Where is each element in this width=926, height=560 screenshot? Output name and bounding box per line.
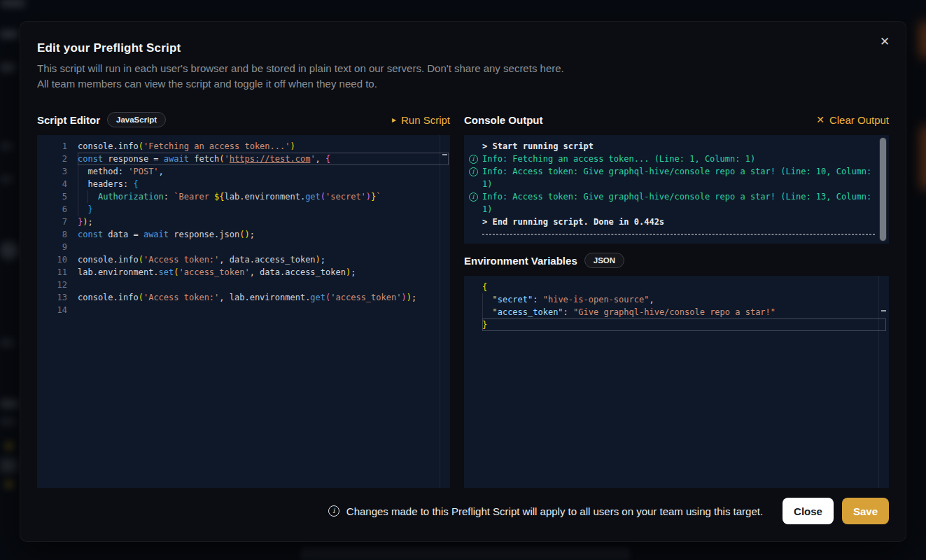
code-token: await	[164, 154, 189, 164]
code-token	[482, 307, 492, 317]
code-line-content	[78, 304, 449, 316]
code-line: {	[464, 281, 889, 293]
backdrop-blur-glow	[920, 22, 926, 57]
line-number: 6	[37, 203, 67, 216]
code-line-content: "access_token": "Give graphql-hive/conso…	[482, 306, 886, 318]
code-token: , lab.environment.	[219, 293, 310, 302]
info-circle-icon: i	[469, 167, 478, 176]
code-token: )	[366, 192, 371, 202]
env-variables-title: Environment Variables	[464, 255, 577, 267]
run-script-button[interactable]: ▸ Run Script	[392, 114, 450, 126]
code-line-content: const data = await response.json();	[78, 228, 449, 241]
console-text: > Start running script	[482, 140, 594, 153]
description-line-2: All team members can view the script and…	[37, 76, 889, 92]
code-token: ()	[239, 230, 249, 239]
line-number: 8	[37, 228, 67, 241]
code-token: {	[482, 282, 487, 292]
play-icon: ▸	[392, 115, 396, 124]
code-line: 8const data = await response.json();	[37, 228, 450, 241]
env-variables-editor[interactable]: { "secret": "hive-is-open-source", "acce…	[464, 276, 889, 488]
script-code-lines: 1console.info('Fetching an access token.…	[37, 135, 450, 316]
line-number: 1	[37, 140, 67, 153]
env-variables-header: Environment Variables JSON	[464, 251, 889, 270]
console-line: iInfo: Access token: Give graphql-hive/c…	[464, 190, 889, 203]
code-token: ;	[351, 267, 356, 277]
code-token: '	[310, 154, 315, 164]
code-token: 'Access token:'	[143, 293, 219, 302]
console-scrollbar[interactable]	[879, 137, 887, 241]
code-line: 12	[37, 279, 450, 291]
code-token: ,	[649, 295, 654, 304]
language-badge: JavaScript	[107, 112, 166, 127]
console-line-indent	[464, 203, 482, 216]
script-code-editor[interactable]: 1console.info('Fetching an access token.…	[37, 135, 450, 488]
code-token: "hive-is-open-source"	[543, 295, 650, 304]
clear-output-button[interactable]: ✕ Clear Output	[816, 114, 889, 126]
code-token: lab.environment.	[78, 267, 159, 277]
env-variable-lines: { "secret": "hive-is-open-source", "acce…	[464, 281, 889, 331]
info-circle-icon: i	[464, 165, 482, 178]
code-token: response.json	[169, 230, 239, 239]
save-button[interactable]: Save	[842, 498, 889, 524]
code-token: }	[87, 204, 92, 214]
code-line: 1console.info('Fetching an access token.…	[37, 140, 450, 153]
backdrop-blur-text	[0, 176, 13, 182]
line-number: 7	[37, 216, 67, 228]
code-token	[78, 204, 87, 214]
description-line-1: This script will run in each user's brow…	[37, 61, 889, 76]
console-text: Info: Access token: Give graphql-hive/co…	[482, 190, 871, 203]
code-line: 13console.info('Access token:', lab.envi…	[37, 291, 450, 304]
code-line: 3 method: 'POST',	[37, 165, 450, 178]
code-line: 7});	[37, 216, 450, 228]
close-button[interactable]: Close	[783, 498, 834, 524]
code-token: {	[325, 154, 330, 164]
code-token: Authorization	[98, 192, 164, 202]
code-token: 'secret'	[325, 192, 366, 202]
code-token: (	[174, 267, 178, 277]
code-line-content: {	[482, 281, 886, 293]
code-line-content: headers: {	[78, 178, 449, 190]
code-token: console.info	[78, 141, 139, 151]
code-token: 'Fetching an access token...'	[143, 141, 290, 151]
modal-footer: i Changes made to this Preflight Script …	[37, 498, 889, 524]
code-token: ;	[412, 293, 416, 302]
code-token: "access_token"	[492, 307, 563, 317]
close-icon[interactable]: ✕	[875, 31, 895, 51]
code-line: 14	[37, 304, 450, 316]
line-number: 11	[37, 266, 67, 279]
code-line-content: method: 'POST',	[78, 165, 449, 178]
code-line-content: console.info('Access token:', data.acces…	[78, 253, 449, 266]
code-token: set	[159, 267, 174, 277]
code-token: const	[78, 154, 103, 164]
code-token: ;	[321, 255, 325, 265]
backdrop-blur-text	[0, 64, 15, 71]
code-token: 'access_token'	[179, 267, 250, 277]
console-output-title: Console Output	[464, 114, 543, 126]
console-line: 1)	[464, 178, 889, 190]
line-number: 14	[37, 304, 67, 316]
console-line: iInfo: Access token: Give graphql-hive/c…	[464, 165, 889, 178]
backdrop-blur-text	[0, 340, 14, 346]
console-text: Info: Access token: Give graphql-hive/co…	[482, 165, 871, 178]
code-line-content: const response = await fetch('https://te…	[78, 153, 449, 165]
code-token: 'Access token:'	[143, 255, 219, 265]
code-line-content	[78, 279, 449, 291]
console-output-panel[interactable]: > Start running scriptiInfo: Fetching an…	[464, 135, 889, 244]
backdrop-blur-text	[0, 458, 17, 472]
code-token: response =	[103, 154, 164, 164]
script-editor-column: Script Editor JavaScript ▸ Run Script 1c…	[37, 110, 450, 488]
code-token: const	[78, 230, 103, 239]
code-token: )	[316, 255, 321, 265]
code-token: ;	[250, 230, 255, 239]
footer-note-text: Changes made to this Preflight Script wi…	[346, 505, 763, 517]
line-number: 2	[37, 153, 67, 165]
console-scrollbar-thumb[interactable]	[880, 138, 886, 241]
code-line-content: "secret": "hive-is-open-source",	[482, 293, 886, 306]
page-title: Edit your Preflight Script	[37, 41, 889, 55]
info-circle-icon: i	[469, 192, 478, 202]
code-token: )	[401, 293, 406, 302]
output-column: Console Output ✕ Clear Output > Start ru…	[464, 110, 889, 488]
code-token: ${	[214, 192, 224, 202]
code-line-content: console.info('Fetching an access token..…	[78, 140, 449, 153]
code-line: 5 Authorization: `Bearer ${lab.environme…	[37, 190, 450, 203]
